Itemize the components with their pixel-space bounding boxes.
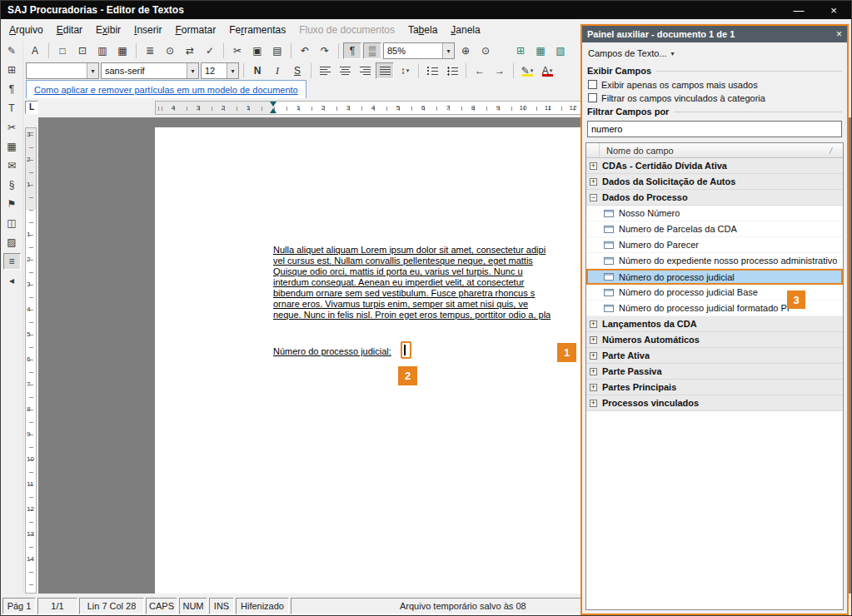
filter-input[interactable]	[587, 121, 842, 137]
align-justify-icon[interactable]	[376, 62, 394, 79]
checkbox-box[interactable]	[588, 80, 597, 89]
field-group-parte-ativa[interactable]: +Parte Ativa	[586, 348, 843, 364]
paste-icon[interactable]: ▤	[268, 42, 286, 59]
formatting-marks-icon[interactable]: ¶	[343, 42, 361, 59]
minimize-button[interactable]: —	[781, 4, 816, 17]
sort-icon[interactable]: /	[830, 146, 843, 156]
field-item-numero-do-parecer[interactable]: Numero do Parecer	[586, 237, 843, 253]
autotext-icon[interactable]: A	[26, 42, 44, 59]
document-template-icon[interactable]: ▥	[93, 42, 112, 59]
checkbox-box[interactable]	[588, 93, 597, 102]
align-right-icon[interactable]	[356, 62, 374, 79]
dropdown-caret-icon[interactable]: ▾	[442, 43, 454, 58]
field-group-processos-vinculados[interactable]: +Processos vinculados	[586, 395, 843, 411]
table-tool-icon[interactable]: ▦	[3, 138, 21, 155]
highlight-color-icon[interactable]: ✎▾	[518, 62, 536, 79]
menu-formatar[interactable]: Formatar	[168, 21, 222, 39]
expand-icon[interactable]: +	[590, 384, 597, 391]
section-icon[interactable]: §	[3, 176, 21, 193]
menu-editar[interactable]: Editar	[50, 21, 89, 39]
save-icon[interactable]: ▦	[113, 42, 132, 59]
dropdown-caret-icon[interactable]: ▾	[187, 63, 198, 78]
field-group-cdas-certidao-divida-ativa[interactable]: +CDAs - Certidão Dívida Ativa	[586, 158, 843, 174]
align-center-icon[interactable]	[336, 62, 354, 79]
field-group-dados-da-solicitacao-de-autos[interactable]: +Dados da Solicitação de Autos	[586, 174, 843, 190]
expand-icon[interactable]: +	[590, 400, 597, 407]
dropdown-caret-icon[interactable]: ▾	[87, 63, 98, 78]
expand-icon[interactable]: +	[590, 336, 597, 344]
field-item-nosso-numero[interactable]: Nosso Número	[586, 206, 843, 221]
document-flow-icon[interactable]: ⇄	[181, 42, 199, 59]
field-list-icon[interactable]: ≡	[3, 253, 21, 270]
category-dropdown[interactable]: Campos de Texto... ▾	[582, 42, 847, 64]
field-item-numero-de-parcelas-da-cda[interactable]: Numero de Parcelas da CDA	[586, 221, 843, 237]
expand-icon[interactable]: +	[590, 178, 597, 186]
field-group-partes-principais[interactable]: +Partes Principais	[586, 380, 843, 395]
checkbox-most-used[interactable]: Exibir apenas os campos mais usados	[582, 78, 847, 91]
decrease-indent-icon[interactable]: ←	[471, 62, 489, 79]
menu-janela[interactable]: Janela	[444, 21, 486, 39]
table-borders-icon[interactable]: ▧	[551, 42, 570, 59]
increase-indent-icon[interactable]: →	[491, 62, 509, 79]
checkbox-filter-category[interactable]: Filtrar os campos vinculados à categoria	[582, 92, 847, 104]
menu-ferramentas[interactable]: Ferramentas	[222, 21, 292, 39]
insert-field-icon[interactable]: ⊞	[3, 62, 21, 78]
stamp-icon[interactable]: ✎	[3, 42, 21, 59]
menu-inserir[interactable]: Inserir	[127, 21, 168, 39]
open-document-icon[interactable]: ⊡	[73, 42, 92, 59]
text-block-icon[interactable]: T	[3, 100, 21, 117]
font-select[interactable]: sans-serif▾	[101, 62, 199, 79]
first-line-indent-marker[interactable]	[270, 102, 277, 107]
table-grid-icon[interactable]: ▦	[531, 42, 550, 59]
numbered-list-icon[interactable]	[423, 62, 441, 79]
bullet-list-icon[interactable]	[443, 62, 461, 79]
new-document-icon[interactable]: □	[53, 42, 72, 59]
zoom-fit-icon[interactable]: ⊙	[476, 42, 495, 59]
print-preview-icon[interactable]: ⊙	[161, 42, 179, 59]
expand-icon[interactable]: +	[590, 162, 597, 170]
expand-icon[interactable]: +	[590, 352, 597, 360]
paragraph-marks-icon[interactable]: ¶	[3, 81, 21, 97]
field-group-parte-passiva[interactable]: +Parte Passiva	[586, 364, 843, 380]
collapse-icon[interactable]: −	[590, 194, 597, 201]
line-spacing-icon[interactable]: ↕▾	[396, 62, 414, 79]
cut-icon[interactable]: ✂	[228, 42, 247, 59]
redo-icon[interactable]: ↷	[316, 42, 334, 59]
underline-icon[interactable]: S	[288, 62, 306, 79]
print-icon[interactable]: ≣	[141, 42, 159, 59]
spellcheck-icon[interactable]: ✓	[201, 42, 219, 59]
fields-list-header[interactable]: Nome do campo /	[586, 143, 843, 158]
menu-arquivo[interactable]: Arquivo	[2, 21, 50, 39]
dropdown-caret-icon[interactable]: ▾	[227, 63, 238, 78]
field-group-dados-do-processo[interactable]: −Dados do Processo	[586, 190, 843, 206]
menu-tabela[interactable]: Tabela	[401, 21, 444, 39]
field-item-numero-do-processo-judicial[interactable]: Número do processo judicial	[586, 269, 843, 285]
font-color-icon[interactable]: A▾	[538, 62, 556, 79]
panel-close-icon[interactable]: ×	[836, 28, 842, 40]
expand-icon[interactable]: +	[590, 368, 597, 375]
bold-icon[interactable]: N	[248, 62, 267, 79]
flag-icon[interactable]: ⚑	[3, 196, 21, 212]
shading-tool-icon[interactable]: ▨	[3, 234, 21, 251]
insert-table-icon[interactable]: ⊞	[511, 42, 530, 59]
field-group-numeros-automaticos[interactable]: +Números Automáticos	[586, 332, 843, 348]
envelope-icon[interactable]: ✉	[3, 157, 21, 174]
tab-stop-selector[interactable]: L	[25, 101, 38, 114]
paragraph-style-select[interactable]: ▾	[26, 62, 99, 79]
zoom-select[interactable]: 85%▾	[383, 42, 455, 59]
font-size-select[interactable]: 12▾	[201, 62, 239, 79]
align-left-icon[interactable]	[316, 62, 334, 79]
split-view-icon[interactable]: ◫	[3, 215, 21, 231]
cut-tool-icon[interactable]: ✂	[3, 119, 21, 136]
close-button[interactable]: ×	[816, 4, 851, 17]
collapse-panel-icon[interactable]: ◂	[3, 272, 21, 289]
field-group-lancamentos-da-cda[interactable]: +Lançamentos da CDA	[586, 316, 843, 332]
undo-icon[interactable]: ↶	[296, 42, 314, 59]
menu-exibir[interactable]: Exibir	[89, 21, 127, 39]
field-shading-icon[interactable]: ▒	[363, 42, 381, 59]
zoom-in-icon[interactable]: ⊕	[456, 42, 475, 59]
italic-icon[interactable]: I	[268, 62, 286, 79]
menu-fluxo-de-documentos[interactable]: Fluxo de documentos	[292, 21, 401, 39]
left-indent-marker[interactable]	[270, 108, 277, 113]
copy-icon[interactable]: ▣	[248, 42, 267, 59]
